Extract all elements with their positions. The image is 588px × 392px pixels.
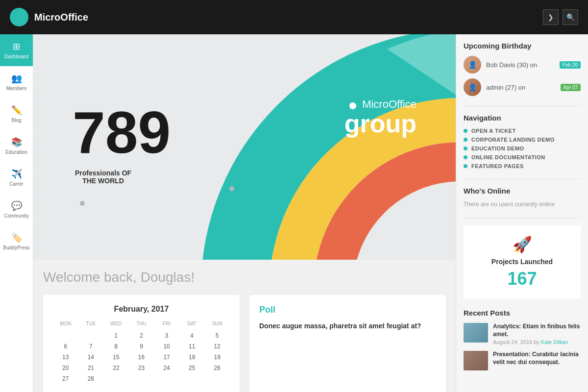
post-title-2: Presentation: Curabitur lacinia velit ne… [493,351,581,366]
calendar-title: February, 2017 [53,305,230,314]
buddypress-icon: 🏷️ [11,232,22,243]
recent-posts-section: Recent Posts Analytics: Etiam in finibus… [464,309,581,370]
nav-link-featured[interactable]: FEATURED PAGES [464,163,581,169]
hero-banner: 789 Professionals OF THE WORLD [33,34,456,260]
nav-label-3: EDUCATION DEMO [471,146,524,151]
search-button[interactable]: 🔍 [563,9,578,25]
calendar-week-2: 6 7 8 9 10 11 12 [53,341,230,352]
forward-button[interactable]: ❯ [543,9,559,25]
post-item-1[interactable]: Analytics: Etiam in finibus felis amet. … [464,323,581,345]
poll-title: Poll [259,305,436,315]
nav-link-ticket[interactable]: OPEN A TICKET [464,128,581,134]
dashboard-icon: ⊞ [13,41,20,52]
birthday-item-1: 👤 Bob Davis (30) on Feb 20 [464,56,581,74]
carrer-icon: ✈️ [11,169,22,179]
projects-card: 🚀 Projects Launched 167 [464,225,581,299]
nav-label-4: ONLINE DOCUMENTATION [471,154,545,160]
nav-link-docs[interactable]: ONLINE DOCUMENTATION [464,154,581,160]
nav-label-1: OPEN A TICKET [471,128,516,134]
nav-label-2: CORPORATE LANDING DEMO [471,137,555,143]
birthday-name-1: Bob Davis (30) on [486,61,537,69]
post-thumb-1 [464,323,488,343]
calendar-week-1: - - 1 2 3 4 5 [53,330,230,341]
online-empty-text: There are no users currently online [464,201,581,208]
sidebar-item-dashboard[interactable]: ⊞ Dashboard [0,34,33,66]
cards-row: February, 2017 mon tue wed thu fri sat s… [33,295,456,392]
map-dot-3 [229,186,234,191]
right-sidebar: Upcoming Birthday 👤 Bob Davis (30) on Fe… [456,34,588,392]
nav-dot-3 [464,147,467,150]
cal-header-wed: wed [103,321,129,326]
map-dot-2 [80,201,85,206]
sidebar-item-blog[interactable]: ✏️ Blog [0,98,33,130]
birthday-badge-1: Feb 20 [560,61,581,69]
rocket-icon: 🚀 [473,235,571,254]
main-layout: ⊞ Dashboard 👥 Members ✏️ Blog 📚 Educatio… [0,34,588,392]
logo-area: MicroOffice [10,8,88,26]
cal-header-sun: sun [204,321,230,326]
hero-pro-text: Professionals OF THE WORLD [75,169,131,185]
calendar-week-3: 13 14 15 16 17 18 19 [53,352,230,363]
calendar-week-5: 27 28 - - - - - [53,373,230,384]
brand-label: MicroOffice group [344,98,416,136]
online-title: Who's Online [464,187,581,195]
community-icon: 💬 [11,200,22,211]
welcome-section: Welcome back, Douglas! [33,260,456,285]
logo-text: MicroOffice [34,12,88,23]
birthday-title: Upcoming Birthday [464,42,581,50]
sidebar-item-education[interactable]: 📚 Education [0,130,33,162]
radial-chart [201,34,456,260]
blog-icon: ✏️ [11,105,22,116]
education-icon: 📚 [11,137,22,147]
birthday-section: Upcoming Birthday 👤 Bob Davis (30) on Fe… [464,42,581,96]
cal-header-mon: mon [53,321,78,326]
main-content: 789 Professionals OF THE WORLD [33,34,456,392]
logo-icon [10,8,28,26]
birthday-avatar-2: 👤 [464,78,481,96]
cal-header-thu: thu [129,321,154,326]
nav-dot-2 [464,138,467,142]
calendar-header: mon tue wed thu fri sat sun [53,321,230,326]
nav-dot-1 [464,129,467,133]
online-section: Who's Online There are no users currentl… [464,187,581,208]
post-meta-1: August 24, 2016 by Kate Dillian [493,339,581,345]
nav-label-5: FEATURED PAGES [471,163,524,169]
post-title-1: Analytics: Etiam in finibus felis amet. [493,323,581,338]
nav-link-education[interactable]: EDUCATION DEMO [464,146,581,151]
welcome-text: Welcome back, Douglas! [43,270,446,285]
calendar-grid: mon tue wed thu fri sat sun - - 1 2 3 [53,321,230,384]
nav-dot-5 [464,164,467,168]
calendar-week-4: 20 21 22 23 24 25 26 [53,363,230,373]
post-item-2[interactable]: Presentation: Curabitur lacinia velit ne… [464,351,581,370]
navigation-title: Navigation [464,114,581,122]
poll-question: Donec augue massa, pharetra sit amet feu… [259,321,436,331]
header-icons: ❯ 🔍 [543,9,578,25]
birthday-item-2: 👤 admin (27) on Apr 07 [464,78,581,96]
post-thumb-2 [464,351,488,370]
projects-label: Projects Launched [473,258,571,266]
members-icon: 👥 [11,73,22,84]
projects-number: 167 [473,269,571,289]
cal-header-sat: sat [179,321,205,326]
divider-1 [464,106,581,106]
sidebar-item-members[interactable]: 👥 Members [0,66,33,98]
divider-2 [464,179,581,179]
nav-dot-4 [464,155,467,159]
sidebar-item-carrer[interactable]: ✈️ Carrer [0,162,33,194]
hero-big-number: 789 [73,103,171,162]
navigation-section: Navigation OPEN A TICKET CORPORATE LANDI… [464,114,581,169]
calendar-card: February, 2017 mon tue wed thu fri sat s… [43,295,240,392]
nav-link-corporate[interactable]: CORPORATE LANDING DEMO [464,137,581,143]
birthday-name-2: admin (27) on [486,84,525,91]
recent-posts-title: Recent Posts [464,309,581,317]
cal-header-fri: fri [154,321,179,326]
header: MicroOffice ❯ 🔍 [0,0,588,34]
birthday-avatar-1: 👤 [464,56,481,74]
brand-dot [349,102,356,109]
divider-3 [464,218,581,218]
birthday-badge-2: Apr 07 [561,84,581,91]
sidebar-item-community[interactable]: 💬 Community [0,194,33,225]
sidebar: ⊞ Dashboard 👥 Members ✏️ Blog 📚 Educatio… [0,34,33,392]
sidebar-item-buddypress[interactable]: 🏷️ BuddyPress [0,225,33,257]
poll-card: Poll Donec augue massa, pharetra sit ame… [249,295,446,392]
